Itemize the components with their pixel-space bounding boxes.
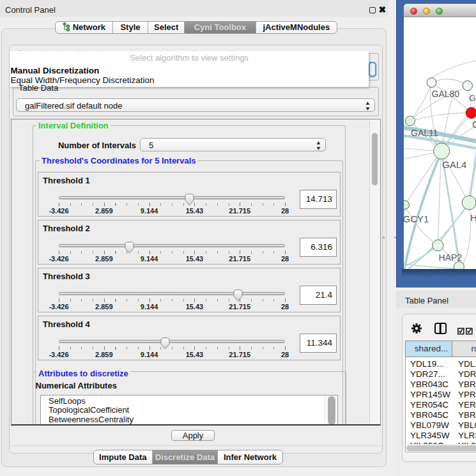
svg-text:C: C xyxy=(472,119,476,130)
svg-text:GAL4: GAL4 xyxy=(442,159,466,170)
svg-text:GA: GA xyxy=(469,93,476,103)
svg-text:GCY1: GCY1 xyxy=(404,213,429,224)
svg-text:GAL11: GAL11 xyxy=(411,128,438,138)
svg-text:GAL80: GAL80 xyxy=(431,89,459,99)
svg-text:H: H xyxy=(470,212,476,223)
svg-text:HAP2: HAP2 xyxy=(438,252,462,263)
